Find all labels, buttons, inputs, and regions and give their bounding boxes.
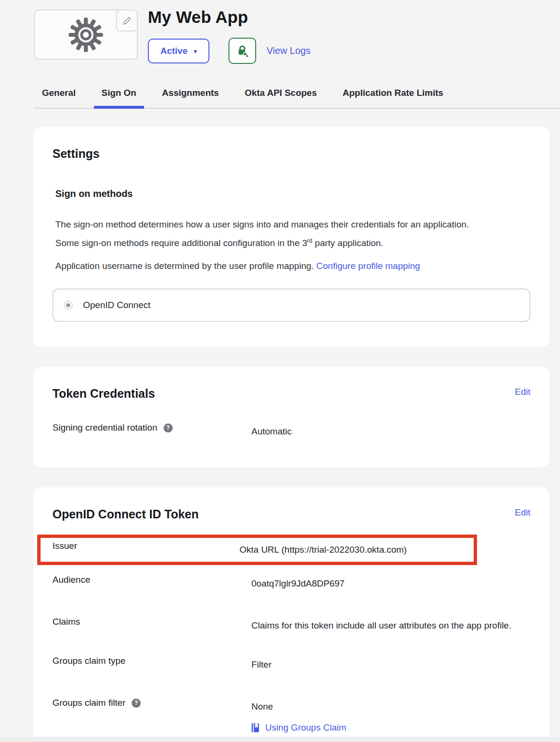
- issuer-row: Issuer Okta URL (https://trial-2022030.o…: [52, 541, 474, 559]
- tab-okta-api-scopes[interactable]: Okta API Scopes: [237, 85, 324, 108]
- audience-label: Audience: [52, 575, 251, 585]
- description-text-end: party application.: [312, 238, 384, 248]
- signing-credential-rotation-row: Signing credential rotation ? Automatic: [52, 423, 530, 441]
- app-tabs: General Sign On Assignments Okta API Sco…: [34, 85, 560, 109]
- app-header: My Web App Active ▾ View Logs: [0, 0, 560, 85]
- tab-general[interactable]: General: [34, 85, 83, 108]
- settings-card: Settings Sign on methods The sign-on met…: [33, 127, 550, 347]
- groups-claim-filter-row: Groups claim filter ? None: [52, 698, 530, 716]
- using-groups-claim-row: Using Groups Claim: [251, 722, 530, 733]
- page-title: My Web App: [148, 8, 248, 27]
- username-mapping-text: Application username is determined by th…: [55, 258, 493, 274]
- claims-row: Claims Claims for this token include all…: [52, 617, 530, 635]
- tab-application-rate-limits[interactable]: Application Rate Limits: [335, 85, 451, 108]
- sign-on-methods-heading: Sign on methods: [55, 188, 530, 199]
- openid-id-token-card: OpenID Connect ID Token Edit Issuer Okta…: [33, 487, 550, 742]
- issuer-label: Issuer: [52, 541, 239, 551]
- help-icon[interactable]: ?: [164, 423, 173, 433]
- help-icon[interactable]: ?: [132, 699, 141, 708]
- token-credentials-edit-link[interactable]: Edit: [515, 387, 530, 397]
- status-dropdown-label: Active: [160, 46, 187, 56]
- openid-id-token-edit-link[interactable]: Edit: [515, 507, 530, 518]
- groups-claim-type-value: Filter: [251, 656, 271, 674]
- app-logo: [34, 10, 138, 60]
- tab-assignments[interactable]: Assignments: [155, 85, 227, 108]
- tab-sign-on[interactable]: Sign On: [94, 85, 144, 109]
- chevron-down-icon: ▾: [194, 47, 197, 55]
- edit-logo-button[interactable]: [116, 10, 138, 31]
- username-mapping-static: Application username is determined by th…: [55, 261, 316, 271]
- gear-icon: [68, 17, 104, 52]
- configure-profile-mapping-link[interactable]: Configure profile mapping: [316, 261, 420, 271]
- issuer-value: Okta URL (https://trial-2022030.okta.com…: [239, 541, 407, 559]
- book-icon: [251, 723, 260, 732]
- claims-value: Claims for this token include all user a…: [251, 617, 511, 635]
- signing-credential-rotation-value: Automatic: [251, 423, 291, 441]
- using-groups-claim-link[interactable]: Using Groups Claim: [265, 722, 346, 733]
- lock-key-button[interactable]: [228, 38, 256, 64]
- groups-claim-type-row: Groups claim type Filter: [52, 656, 530, 674]
- header-actions: Active ▾ View Logs: [148, 38, 311, 64]
- claims-label: Claims: [52, 617, 251, 627]
- viewport-bottom-strip: [0, 737, 560, 742]
- issuer-highlight-annotation: Issuer Okta URL (https://trial-2022030.o…: [37, 535, 477, 565]
- token-credentials-card: Token Credentials Edit Signing credentia…: [33, 367, 550, 467]
- groups-claim-type-label: Groups claim type: [52, 656, 251, 666]
- groups-claim-filter-value: None: [251, 698, 273, 716]
- description-text: The sign-on method determines how a user…: [55, 219, 469, 248]
- view-logs-link[interactable]: View Logs: [267, 45, 311, 56]
- groups-claim-filter-label: Groups claim filter: [52, 698, 125, 708]
- sign-on-method-option: OpenID Connect: [52, 289, 530, 322]
- status-dropdown[interactable]: Active ▾: [148, 39, 209, 63]
- pencil-icon: [123, 16, 132, 25]
- token-credentials-title: Token Credentials: [52, 387, 155, 401]
- openid-connect-label: OpenID Connect: [83, 300, 151, 310]
- audience-row: Audience 0oatq7lglr9JdA8DP697: [52, 575, 530, 593]
- sign-on-method-description: The sign-on method determines how a user…: [55, 216, 493, 251]
- audience-value: 0oatq7lglr9JdA8DP697: [251, 575, 344, 593]
- description-superscript: rd: [307, 237, 312, 244]
- openid-id-token-title: OpenID Connect ID Token: [52, 507, 199, 521]
- lock-key-icon: [236, 44, 249, 58]
- settings-title: Settings: [52, 147, 530, 161]
- signing-credential-rotation-label: Signing credential rotation: [52, 423, 157, 433]
- openid-connect-radio[interactable]: [64, 301, 73, 309]
